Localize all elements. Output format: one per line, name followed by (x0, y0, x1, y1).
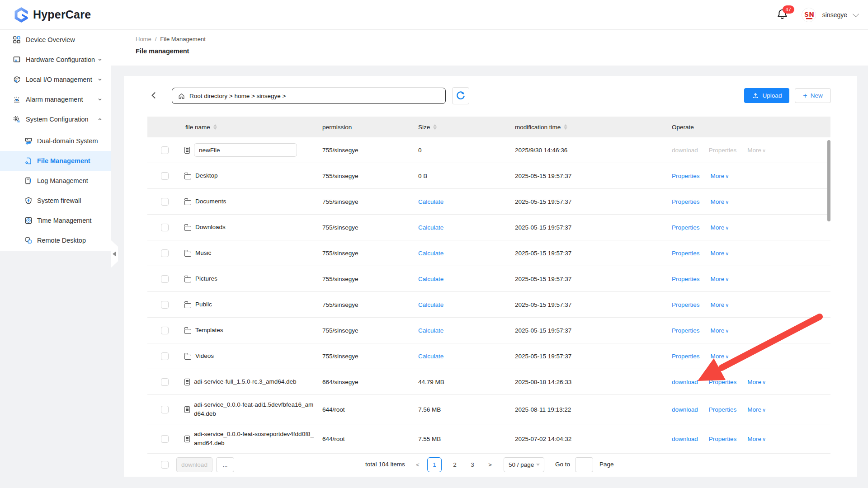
properties-link[interactable]: Properties (672, 198, 700, 205)
more-link[interactable]: More∨ (711, 250, 729, 257)
calculate-link[interactable]: Calculate (418, 276, 443, 282)
more-link[interactable]: More∨ (711, 327, 729, 334)
more-link[interactable]: More∨ (711, 198, 729, 205)
row-checkbox[interactable] (161, 146, 169, 154)
upload-button[interactable]: Upload (744, 88, 789, 103)
file-name[interactable]: Documents (195, 197, 226, 206)
row-checkbox[interactable] (161, 224, 169, 231)
bulk-download-button[interactable]: download (176, 457, 212, 472)
row-checkbox[interactable] (161, 249, 169, 257)
more-link[interactable]: More∨ (711, 276, 729, 282)
sidebar-item-device-overview[interactable]: Device Overview (0, 30, 111, 50)
file-name[interactable]: Desktop (195, 171, 218, 180)
row-checkbox[interactable] (161, 406, 169, 413)
more-link[interactable]: More∨ (747, 436, 766, 442)
col-header-operate: Operate (668, 124, 830, 131)
properties-link[interactable]: Properties (709, 436, 737, 442)
sort-icon[interactable] (564, 124, 567, 130)
properties-link[interactable]: Properties (672, 250, 700, 257)
home-icon (178, 92, 185, 100)
sidebar-collapse-handle[interactable] (111, 240, 118, 268)
download-link[interactable]: download (672, 379, 698, 385)
bulk-more-button[interactable]: ... (216, 457, 234, 472)
sidebar-item-log-management[interactable]: Log Management (0, 171, 111, 191)
properties-link[interactable]: Properties (672, 276, 700, 282)
avatar[interactable]: SN (802, 8, 816, 22)
gear-icon (13, 115, 21, 123)
row-checkbox[interactable] (161, 378, 169, 386)
more-link[interactable]: More∨ (747, 379, 766, 385)
back-button[interactable] (148, 89, 160, 101)
sidebar-item-local-io-management[interactable]: I/O Local I/O management (0, 70, 111, 89)
row-checkbox[interactable] (161, 327, 169, 334)
row-checkbox[interactable] (161, 301, 169, 309)
select-all-checkbox[interactable] (161, 461, 169, 469)
more-link[interactable]: More∨ (711, 301, 729, 308)
row-checkbox[interactable] (161, 352, 169, 360)
chevron-down-icon[interactable] (853, 11, 859, 17)
new-file-name-input[interactable] (194, 143, 297, 157)
calculate-link[interactable]: Calculate (418, 198, 443, 205)
download-link[interactable]: download (672, 436, 698, 442)
page-size-select[interactable]: 50 / page (504, 457, 544, 472)
more-link[interactable]: More∨ (711, 173, 729, 179)
calculate-link[interactable]: Calculate (418, 353, 443, 360)
file-name[interactable]: Videos (195, 352, 214, 361)
col-header-file-name[interactable]: file name (184, 124, 322, 131)
breadcrumb-home[interactable]: Home (136, 36, 151, 42)
properties-link[interactable]: Properties (672, 224, 700, 231)
file-name[interactable]: adi-service-full_1.5.0-rc.3_amd64.deb (194, 377, 297, 386)
sort-icon[interactable] (213, 124, 217, 130)
calculate-link[interactable]: Calculate (418, 301, 443, 308)
sidebar-item-time-management[interactable]: Time Management (0, 211, 111, 230)
download-link[interactable]: download (672, 406, 698, 413)
row-checkbox[interactable] (161, 275, 169, 283)
sidebar-item-hardware-configuration[interactable]: Hardware Configuration (0, 50, 111, 70)
more-link[interactable]: More∨ (747, 406, 766, 413)
properties-link[interactable]: Properties (672, 327, 700, 334)
prev-page-button[interactable]: < (413, 457, 422, 472)
page-button-1[interactable]: 1 (427, 457, 442, 472)
sidebar-item-remote-desktop[interactable]: Remote Desktop (0, 230, 111, 250)
properties-link[interactable]: Properties (672, 353, 700, 360)
file-name[interactable]: adi-service_0.0.0-feat-adi1.5devfbfea16_… (194, 400, 316, 418)
calculate-link[interactable]: Calculate (418, 327, 443, 334)
sidebar-item-file-management[interactable]: File Management (0, 151, 111, 171)
col-header-modification-time[interactable]: modification time (515, 124, 668, 131)
file-name[interactable]: Music (195, 249, 211, 258)
col-header-size[interactable]: Size (418, 124, 515, 131)
file-name[interactable]: Public (195, 300, 212, 309)
properties-link[interactable]: Properties (709, 379, 737, 385)
sidebar-item-system-firewall[interactable]: System firewall (0, 191, 111, 211)
properties-link[interactable]: Properties (672, 173, 700, 179)
file-name[interactable]: Templates (195, 326, 223, 335)
table-row: 755/sinsegye 0 2025/9/30 14:46:36 downlo… (147, 137, 830, 163)
properties-link[interactable]: Properties (709, 406, 737, 413)
sidebar-item-alarm-management[interactable]: Alarm management (0, 89, 111, 109)
page-button-2[interactable]: 2 (448, 457, 462, 472)
sidebar-item-dual-domain-system[interactable]: Dual-domain System (0, 131, 111, 151)
properties-link[interactable]: Properties (672, 301, 700, 308)
goto-page-input[interactable] (575, 457, 593, 472)
notification-bell-icon[interactable]: 47 (776, 8, 790, 22)
row-checkbox[interactable] (161, 435, 169, 443)
more-link[interactable]: More∨ (711, 353, 729, 360)
next-page-button[interactable]: > (486, 457, 495, 472)
file-name[interactable]: Pictures (195, 274, 217, 283)
row-checkbox[interactable] (161, 198, 169, 206)
calculate-link[interactable]: Calculate (418, 250, 443, 257)
new-button[interactable]: + New (795, 88, 831, 103)
table-scrollbar[interactable] (827, 140, 830, 221)
calculate-link[interactable]: Calculate (418, 224, 443, 231)
time-cell: 2025-05-15 19:57:37 (515, 250, 668, 257)
file-name[interactable]: adi-service_0.0.0-feat-sosreportdev4fdd0… (194, 430, 316, 448)
sort-icon[interactable] (433, 124, 437, 130)
file-name[interactable]: Downloads (195, 223, 226, 232)
refresh-button[interactable] (452, 87, 469, 104)
path-bar[interactable]: Root directory > home > sinsegye > (172, 88, 446, 104)
row-checkbox[interactable] (161, 172, 169, 180)
chevron-down-icon: ∨ (725, 225, 729, 230)
sidebar-item-system-configuration[interactable]: System Configuration (0, 109, 111, 129)
more-link[interactable]: More∨ (711, 224, 729, 231)
page-button-3[interactable]: 3 (465, 457, 480, 472)
